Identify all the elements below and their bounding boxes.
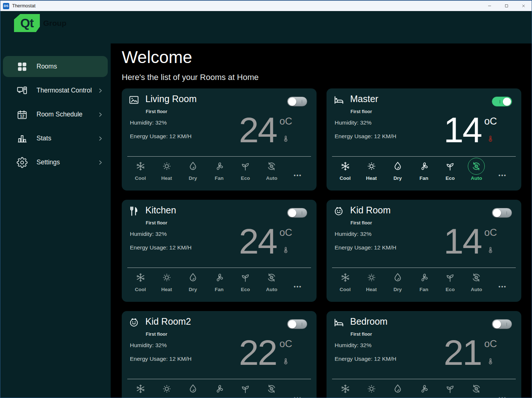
room-humidity: Humidity: 32% (130, 342, 167, 349)
mode-label: Auto (471, 287, 482, 292)
toggle-knob (493, 320, 501, 328)
sun-icon (366, 161, 377, 172)
mode-button-fan[interactable]: Fan (206, 158, 232, 181)
sidebar-item-label: Room Schedule (37, 111, 83, 118)
mode-button-dry[interactable]: Dry (180, 158, 206, 181)
mode-button-cool[interactable]: Cool (332, 380, 358, 398)
mode-button-fan[interactable]: Fan (411, 380, 437, 398)
mode-button-dry[interactable]: Dry (180, 269, 206, 292)
room-power-toggle[interactable] (492, 97, 512, 107)
minimize-button[interactable] (481, 1, 498, 11)
sidebar-item-settings[interactable]: Settings (3, 152, 108, 173)
mode-button-dry[interactable]: Dry (384, 269, 411, 292)
toggle-knob (503, 98, 511, 106)
mode-button-auto[interactable]: Auto (259, 380, 285, 398)
mode-button-heat[interactable]: Heat (358, 158, 384, 181)
sidebar-item-stats[interactable]: Stats (3, 128, 108, 149)
mode-button-auto[interactable]: Auto (463, 269, 490, 292)
more-dots-icon: ••• (294, 284, 302, 290)
room-card: Bedroom First floor Humidity: 32% Energy… (327, 311, 521, 398)
sidebar-item-room-schedule[interactable]: 12Room Schedule (3, 104, 108, 125)
maximize-button[interactable] (498, 1, 515, 11)
plant-icon (445, 272, 456, 283)
mode-buttons-row: CoolHeatDryFanEcoAuto••• (332, 380, 516, 398)
room-energy-usage: Energy Usage: 12 KM/H (130, 133, 191, 140)
gear-icon (17, 157, 28, 168)
mode-button-eco[interactable]: Eco (232, 269, 259, 292)
device-icon (17, 85, 28, 96)
sidebar-item-rooms[interactable]: Rooms (3, 56, 108, 77)
snowflake-icon (340, 383, 351, 394)
mode-button-cool[interactable]: Cool (127, 158, 153, 181)
mode-button-heat[interactable]: Heat (358, 380, 384, 398)
mode-button-fan[interactable]: Fan (206, 380, 232, 398)
mode-button-heat[interactable]: Heat (153, 158, 180, 181)
mode-button-auto[interactable]: Auto (463, 380, 490, 398)
more-options-button[interactable]: ••• (285, 158, 311, 181)
mode-button-heat[interactable]: Heat (358, 269, 384, 292)
auto-icon (471, 383, 482, 394)
fan-icon (214, 272, 225, 283)
more-options-button[interactable]: ••• (285, 380, 311, 398)
droplet-icon (187, 161, 198, 172)
close-button[interactable] (515, 1, 532, 11)
mode-button-eco[interactable]: Eco (232, 158, 259, 181)
win-min-icon (487, 4, 492, 8)
mode-button-eco[interactable]: Eco (437, 158, 463, 181)
mode-button-auto[interactable]: Auto (259, 269, 285, 292)
mode-button-auto[interactable]: Auto (259, 158, 285, 181)
room-name: Kid Room (350, 205, 391, 216)
more-options-button[interactable]: ••• (490, 269, 516, 292)
mode-button-heat[interactable]: Heat (153, 269, 180, 292)
room-energy-usage: Energy Usage: 12 KM/H (335, 133, 396, 140)
more-options-button[interactable]: ••• (285, 269, 311, 292)
thermometer-icon (487, 242, 494, 257)
mode-button-eco[interactable]: Eco (437, 380, 463, 398)
auto-icon (266, 161, 277, 172)
room-power-toggle[interactable] (287, 97, 307, 107)
mode-button-dry[interactable]: Dry (384, 380, 411, 398)
room-power-toggle[interactable] (287, 319, 307, 329)
card-divider (127, 156, 311, 157)
mode-button-eco[interactable]: Eco (437, 269, 463, 292)
mode-label: Auto (471, 175, 482, 181)
bed-icon (333, 317, 344, 328)
mode-button-dry[interactable]: Dry (180, 380, 206, 398)
logo-suffix: Group (43, 19, 66, 28)
room-temperature-block: 24 oC (239, 223, 292, 259)
room-power-toggle[interactable] (492, 208, 512, 218)
mode-button-cool[interactable]: Cool (332, 269, 358, 292)
main-panel: Welcome Here's the list of your Rooms at… (111, 43, 532, 398)
more-dots-icon: ••• (498, 172, 507, 178)
snowflake-icon (340, 272, 351, 283)
cutlery-icon (128, 206, 139, 217)
sidebar-item-thermostat-control[interactable]: Thermostat Control (3, 80, 108, 101)
mode-label: Fan (215, 287, 224, 292)
mode-button-fan[interactable]: Fan (206, 269, 232, 292)
mode-button-dry[interactable]: Dry (384, 158, 411, 181)
mode-button-cool[interactable]: Cool (127, 269, 153, 292)
mode-button-fan[interactable]: Fan (411, 269, 437, 292)
thermometer-icon (487, 131, 494, 146)
chevron-right-icon (97, 87, 104, 94)
room-temperature-value: 24 (239, 223, 277, 259)
mode-button-eco[interactable]: Eco (232, 380, 259, 398)
auto-icon (266, 383, 277, 394)
room-power-toggle[interactable] (492, 319, 512, 329)
room-power-toggle[interactable] (287, 208, 307, 218)
mode-button-auto[interactable]: Auto (463, 158, 490, 181)
room-floor-label: First floor (350, 220, 372, 226)
room-humidity: Humidity: 32% (130, 231, 167, 237)
more-options-button[interactable]: ••• (490, 380, 516, 398)
room-energy-usage: Energy Usage: 12 KM/H (335, 244, 396, 251)
more-options-button[interactable]: ••• (490, 158, 516, 181)
mode-label: Cool (340, 175, 351, 181)
window-controls (481, 1, 532, 11)
mode-button-cool[interactable]: Cool (127, 380, 153, 398)
more-dots-icon: ••• (294, 172, 302, 178)
mode-button-cool[interactable]: Cool (332, 158, 358, 181)
sidebar-item-label: Settings (37, 158, 60, 166)
mode-button-heat[interactable]: Heat (153, 380, 180, 398)
calendar-icon: 12 (17, 109, 28, 120)
mode-button-fan[interactable]: Fan (411, 158, 437, 181)
